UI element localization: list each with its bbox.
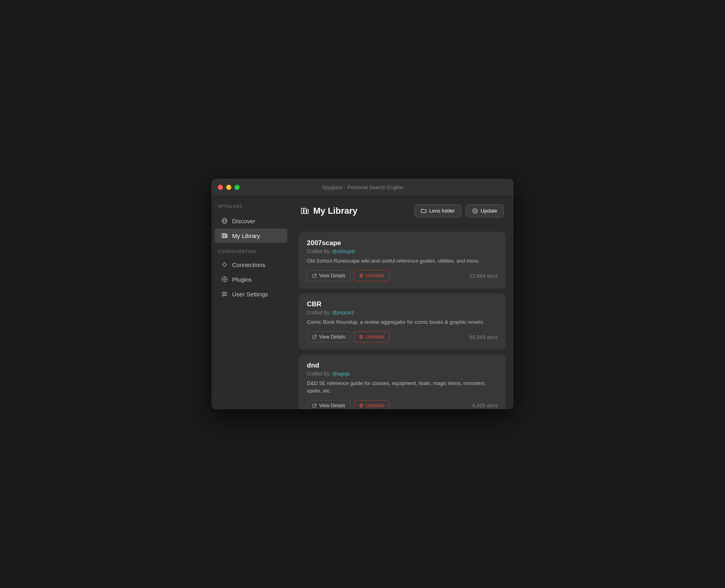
app-window: Spyglass - Personal Search Engine SPYGLA… bbox=[211, 179, 514, 409]
card-crafted: Crafted By: @lagoja bbox=[307, 371, 498, 377]
card-2007scape: 2007scape Crafted By: @a5huynh Old Schoo… bbox=[299, 232, 506, 288]
card-author-link[interactable]: @popcar2 bbox=[332, 310, 354, 315]
connections-icon bbox=[221, 261, 228, 268]
main-layout: SPYGLASS Discover bbox=[211, 196, 514, 409]
card-actions: View Details bbox=[307, 400, 390, 409]
trash-icon bbox=[359, 335, 364, 339]
link-icon bbox=[312, 335, 317, 339]
uninstall-button[interactable]: Uninstall bbox=[354, 270, 390, 281]
card-crafted: Crafted By: @a5huynh bbox=[307, 249, 498, 254]
view-details-button[interactable]: View Details bbox=[307, 400, 351, 409]
library-icon-sidebar bbox=[221, 232, 228, 239]
card-docs: 6,428 docs bbox=[472, 402, 498, 408]
sidebar-item-discover[interactable]: Discover bbox=[215, 214, 287, 228]
svg-rect-5 bbox=[226, 234, 227, 238]
sidebar-item-connections[interactable]: Connections bbox=[215, 257, 287, 272]
cards-list: 2007scape Crafted By: @a5huynh Old Schoo… bbox=[291, 226, 514, 409]
close-button[interactable] bbox=[218, 185, 223, 190]
card-author-link[interactable]: @lagoja bbox=[332, 371, 349, 377]
card-docs: 22,694 docs bbox=[469, 273, 498, 279]
card-description: Old School Runescape wiki and useful ref… bbox=[307, 257, 498, 265]
trash-icon bbox=[359, 403, 364, 408]
svg-line-22 bbox=[314, 274, 316, 276]
update-icon bbox=[472, 208, 478, 214]
sidebar-config-label: CONFIGURATION bbox=[211, 243, 291, 257]
svg-point-17 bbox=[223, 295, 224, 296]
svg-rect-18 bbox=[301, 208, 303, 214]
card-actions: View Details bbox=[307, 331, 390, 342]
card-title: 2007scape bbox=[307, 239, 498, 247]
sidebar-item-user-settings[interactable]: User Settings bbox=[215, 287, 287, 301]
card-crafted: Crafted By: @popcar2 bbox=[307, 310, 498, 315]
card-cbr: CBR Crafted By: @popcar2 Comic Book Roun… bbox=[299, 293, 506, 350]
header-buttons: Lens folder Update bbox=[414, 204, 504, 217]
svg-line-28 bbox=[314, 404, 316, 406]
card-author-link[interactable]: @a5huynh bbox=[332, 249, 355, 254]
window-title: Spyglass - Personal Search Engine bbox=[322, 184, 403, 190]
svg-rect-3 bbox=[222, 234, 224, 238]
sidebar-label-discover: Discover bbox=[232, 218, 255, 224]
trash-icon bbox=[359, 273, 364, 278]
content-area: My Library Lens folder bbox=[291, 196, 514, 409]
sidebar-item-plugins[interactable]: Plugins bbox=[215, 272, 287, 286]
library-icon-header bbox=[300, 207, 309, 215]
sidebar-label-my-library: My Library bbox=[232, 232, 260, 239]
sidebar: SPYGLASS Discover bbox=[211, 196, 291, 409]
svg-rect-20 bbox=[307, 209, 308, 214]
view-details-button[interactable]: View Details bbox=[307, 331, 351, 342]
view-details-button[interactable]: View Details bbox=[307, 270, 351, 281]
globe-icon bbox=[221, 217, 228, 224]
titlebar: Spyglass - Personal Search Engine bbox=[211, 179, 514, 196]
svg-line-25 bbox=[314, 335, 316, 337]
card-footer: View Details bbox=[307, 331, 498, 342]
card-dnd: dnd Crafted By: @lagoja D&D 5E reference… bbox=[299, 354, 506, 409]
svg-point-15 bbox=[223, 292, 225, 293]
link-icon bbox=[312, 403, 317, 408]
card-actions: View Details bbox=[307, 270, 390, 281]
user-settings-icon bbox=[221, 290, 228, 298]
maximize-button[interactable] bbox=[235, 185, 240, 190]
svg-rect-19 bbox=[304, 208, 306, 214]
sidebar-label-connections: Connections bbox=[232, 261, 265, 268]
link-icon bbox=[312, 273, 317, 278]
uninstall-button[interactable]: Uninstall bbox=[354, 400, 390, 409]
sidebar-brand: SPYGLASS bbox=[211, 204, 291, 213]
uninstall-button[interactable]: Uninstall bbox=[354, 331, 390, 342]
svg-point-16 bbox=[225, 294, 226, 295]
svg-point-7 bbox=[224, 279, 225, 280]
card-docs: 65,343 docs bbox=[469, 334, 498, 340]
card-description: D&D 5E reference guide for classes, equi… bbox=[307, 380, 498, 394]
folder-icon bbox=[421, 208, 426, 214]
svg-rect-4 bbox=[224, 234, 226, 238]
minimize-button[interactable] bbox=[226, 185, 231, 190]
sidebar-label-plugins: Plugins bbox=[232, 276, 252, 283]
card-footer: View Details bbox=[307, 270, 498, 281]
sidebar-label-user-settings: User Settings bbox=[232, 291, 268, 298]
sidebar-item-my-library[interactable]: My Library bbox=[215, 228, 287, 243]
card-title: dnd bbox=[307, 362, 498, 369]
card-footer: View Details bbox=[307, 400, 498, 409]
traffic-lights bbox=[218, 185, 240, 190]
card-title: CBR bbox=[307, 300, 498, 308]
card-description: Comic Book Roundup, a review aggregator … bbox=[307, 319, 498, 326]
update-button[interactable]: Update bbox=[465, 204, 504, 217]
plugins-icon bbox=[221, 276, 228, 283]
lens-folder-button[interactable]: Lens folder bbox=[414, 204, 461, 217]
content-header: My Library Lens folder bbox=[291, 196, 514, 226]
page-title: My Library bbox=[300, 206, 357, 216]
